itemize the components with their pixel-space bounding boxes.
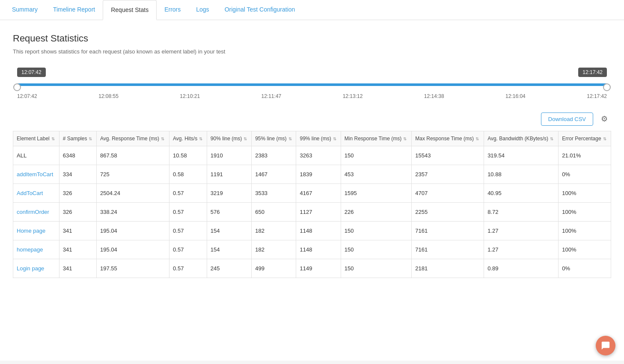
table-body: ALL6348867.5810.581910238332631501554331…: [13, 146, 611, 278]
table-cell: 453: [341, 165, 411, 184]
table-cell: 1839: [296, 165, 341, 184]
slider-time-labels: 12:07:4212:08:5512:10:2112:11:4712:13:12…: [17, 93, 607, 99]
page-subtitle: This report shows statistics for each re…: [13, 48, 611, 55]
chat-bubble[interactable]: [596, 336, 615, 355]
table-cell: 3533: [252, 184, 296, 203]
table-cell: 338.24: [97, 203, 169, 222]
settings-button[interactable]: ⚙: [597, 112, 611, 126]
slider-time-label: 12:10:21: [180, 93, 200, 99]
table-cell: 154: [207, 222, 251, 240]
table-cell: 0.89: [484, 259, 559, 278]
toolbar: Download CSV ⚙: [13, 112, 611, 126]
col-header-element-label[interactable]: Element Label⇅: [13, 131, 59, 146]
table-cell: 1191: [207, 165, 251, 184]
table-cell: ALL: [13, 146, 59, 165]
table-row: AddToCart3262504.240.5732193533416715954…: [13, 184, 611, 203]
tab-request-stats[interactable]: Request Stats: [103, 0, 157, 20]
table-cell: 2357: [412, 165, 484, 184]
sort-icon-avg-response-time: ⇅: [161, 136, 164, 141]
sort-icon-samples: ⇅: [89, 136, 92, 141]
table-cell: 150: [341, 222, 411, 240]
table-cell[interactable]: homepage: [13, 240, 59, 259]
table-cell: 10.88: [484, 165, 559, 184]
table-cell: 154: [207, 240, 251, 259]
col-header-99line[interactable]: 99% line (ms)⇅: [296, 131, 341, 146]
page-title: Request Statistics: [13, 33, 611, 44]
table-cell: 319.54: [484, 146, 559, 165]
tab-original-test-config[interactable]: Original Test Configuration: [217, 0, 303, 20]
table-cell: 7161: [412, 222, 484, 240]
col-header-avg-response-time[interactable]: Avg. Response Time (ms)⇅: [97, 131, 169, 146]
tab-errors[interactable]: Errors: [157, 0, 188, 20]
download-csv-button[interactable]: Download CSV: [541, 112, 593, 126]
slider-time-label: 12:11:47: [261, 93, 282, 99]
table-cell: 0.57: [169, 222, 207, 240]
sort-icon-min-response: ⇅: [403, 136, 407, 141]
table-cell: 1595: [341, 184, 411, 203]
slider-thumb-left[interactable]: [13, 83, 21, 91]
table-cell: 867.58: [97, 146, 169, 165]
table-cell: 4707: [412, 184, 484, 203]
table-cell: 334: [59, 165, 96, 184]
table-cell: 3219: [207, 184, 251, 203]
main-content: Request Statistics This report shows sta…: [0, 20, 624, 361]
tabs-bar: SummaryTimeline ReportRequest StatsError…: [0, 0, 624, 20]
col-header-avg-hits[interactable]: Avg. Hits/s⇅: [169, 131, 207, 146]
table-cell: 150: [341, 146, 411, 165]
table-cell: 1.27: [484, 240, 559, 259]
sort-icon-error-pct: ⇅: [603, 136, 606, 141]
sort-icon-avg-hits: ⇅: [199, 136, 202, 141]
table-cell: 2504.24: [97, 184, 169, 203]
col-header-min-response[interactable]: Min Response Time (ms)⇅: [341, 131, 411, 146]
table-cell: 182: [252, 222, 296, 240]
slider-track: [17, 83, 607, 86]
col-header-95line[interactable]: 95% line (ms)⇅: [252, 131, 296, 146]
table-cell: 100%: [559, 240, 611, 259]
table-cell[interactable]: addItemToCart: [13, 165, 59, 184]
table-cell: 15543: [412, 146, 484, 165]
slider-track-container[interactable]: [17, 80, 607, 89]
table-cell: 182: [252, 240, 296, 259]
col-header-90line[interactable]: 90% line (ms)⇅: [207, 131, 251, 146]
col-header-error-pct[interactable]: Error Percentage⇅: [559, 131, 611, 146]
table-cell: 40.95: [484, 184, 559, 203]
col-header-avg-bandwidth[interactable]: Avg. Bandwidth (KBytes/s)⇅: [484, 131, 559, 146]
col-header-max-response[interactable]: Max Response Time (ms)⇅: [412, 131, 484, 146]
table-cell: 0.57: [169, 240, 207, 259]
slider-thumb-right[interactable]: [603, 83, 611, 91]
table-cell[interactable]: Home page: [13, 222, 59, 240]
table-cell: 21.01%: [559, 146, 611, 165]
table-cell[interactable]: AddToCart: [13, 184, 59, 203]
table-cell: 195.04: [97, 240, 169, 259]
table-row: ALL6348867.5810.581910238332631501554331…: [13, 146, 611, 165]
table-cell[interactable]: confirmOrder: [13, 203, 59, 222]
table-row: Home page341195.040.57154182114815071611…: [13, 222, 611, 240]
slider-labels-top: 12:07:42 12:17:42: [17, 68, 607, 77]
table-cell: 0%: [559, 165, 611, 184]
sort-icon-avg-bandwidth: ⇅: [550, 136, 553, 141]
table-cell: 150: [341, 259, 411, 278]
table-cell: 2181: [412, 259, 484, 278]
col-header-samples[interactable]: # Samples⇅: [59, 131, 96, 146]
table-cell: 0.57: [169, 184, 207, 203]
table-cell: 7161: [412, 240, 484, 259]
table-cell: 226: [341, 203, 411, 222]
table-row: addItemToCart3347250.5811911467183945323…: [13, 165, 611, 184]
tab-timeline-report[interactable]: Timeline Report: [45, 0, 103, 20]
sort-icon-max-response: ⇅: [475, 136, 479, 141]
tab-logs[interactable]: Logs: [188, 0, 217, 20]
table-header-row: Element Label⇅# Samples⇅Avg. Response Ti…: [13, 131, 611, 146]
table-cell[interactable]: Login page: [13, 259, 59, 278]
tab-summary[interactable]: Summary: [4, 0, 45, 20]
table-cell: 2383: [252, 146, 296, 165]
table-cell: 100%: [559, 184, 611, 203]
table-cell: 576: [207, 203, 251, 222]
table-cell: 341: [59, 240, 96, 259]
time-range-slider: 12:07:42 12:17:42 12:07:4212:08:5512:10:…: [13, 68, 611, 99]
table-cell: 1.27: [484, 222, 559, 240]
table-cell: 150: [341, 240, 411, 259]
table-cell: 4167: [296, 184, 341, 203]
table-cell: 2255: [412, 203, 484, 222]
gear-icon: ⚙: [601, 114, 608, 124]
table-cell: 3263: [296, 146, 341, 165]
